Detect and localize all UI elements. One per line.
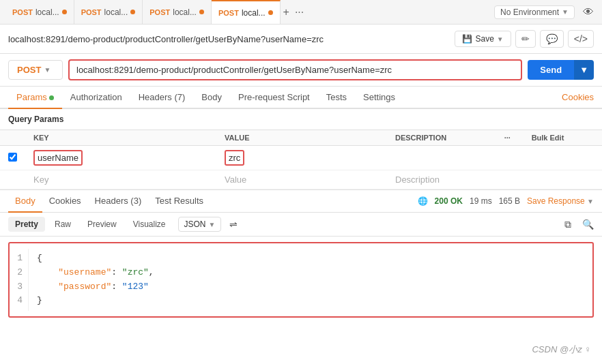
tab-3-url: local... <box>173 7 197 17</box>
save-label: Save <box>475 34 493 44</box>
cookies-link[interactable]: Cookies <box>562 92 594 102</box>
send-button[interactable]: Send <box>528 60 574 80</box>
tab-1[interactable]: POST local... <box>5 0 74 24</box>
copy-icon[interactable]: ⧉ <box>564 219 571 230</box>
save-icon: 💾 <box>462 34 472 44</box>
filter-icon[interactable]: ⇌ <box>229 219 238 230</box>
url-input[interactable] <box>68 59 522 80</box>
params-table: KEY VALUE DESCRIPTION ··· Bulk Edit user… <box>0 130 602 189</box>
new-key-cell[interactable]: Key <box>25 170 216 189</box>
tab-body-label: Body <box>201 92 222 102</box>
tab-settings[interactable]: Settings <box>355 87 403 109</box>
table-row: userName zrc <box>0 146 602 170</box>
tab-4-url: local... <box>242 8 266 18</box>
globe-icon: 🌐 <box>418 196 428 206</box>
format-selector[interactable]: JSON ▼ <box>178 217 222 232</box>
response-time: 19 ms <box>470 196 492 206</box>
row-checkbox-cell[interactable] <box>0 146 25 170</box>
bulk-edit-button[interactable]: Bulk Edit <box>524 130 602 146</box>
response-code-area: 1 2 3 4 { "username": "zrc", "password":… <box>8 242 594 318</box>
send-caret-button[interactable]: ▼ <box>574 60 594 80</box>
row-checkbox[interactable] <box>8 153 17 162</box>
row-value-value[interactable]: zrc <box>225 150 244 166</box>
res-tab-test-results[interactable]: Test Results <box>148 190 210 213</box>
tab-4-dot <box>268 10 273 15</box>
fmt-tab-pretty[interactable]: Pretty <box>8 217 45 232</box>
new-row: Key Value Description <box>0 170 602 189</box>
query-params-section: Query Params KEY VALUE DESCRIPTION ··· B… <box>0 109 602 189</box>
status-code: 200 OK <box>435 196 463 206</box>
tab-1-dot <box>62 10 67 14</box>
tab-2[interactable]: POST local... <box>74 0 143 24</box>
save-response-chevron-icon: ▼ <box>587 198 594 205</box>
add-tab-button[interactable]: + <box>281 5 292 20</box>
tab-params[interactable]: Params <box>8 87 62 109</box>
fmt-tab-raw[interactable]: Raw <box>48 217 78 232</box>
save-chevron-icon: ▼ <box>497 35 504 43</box>
tab-authorization-label: Authorization <box>70 92 122 102</box>
method-selector[interactable]: POST ▼ <box>8 60 63 80</box>
new-value-cell[interactable]: Value <box>216 170 387 189</box>
fmt-tab-preview[interactable]: Preview <box>81 217 124 232</box>
more-tabs-button[interactable]: ··· <box>292 5 306 20</box>
tab-authorization[interactable]: Authorization <box>62 87 130 109</box>
eye-icon[interactable]: 👁 <box>580 5 597 20</box>
row-description-cell[interactable] <box>387 146 496 170</box>
edit-button[interactable]: ✏ <box>515 30 536 48</box>
search-icon[interactable]: 🔍 <box>582 219 594 230</box>
comment-button[interactable]: 💬 <box>540 30 564 48</box>
query-params-title: Query Params <box>0 109 602 130</box>
res-tab-headers[interactable]: Headers (3) <box>88 190 149 213</box>
col-key-header: KEY <box>25 130 216 146</box>
tab-bar: POST local... POST local... POST local..… <box>0 0 602 25</box>
tab-body[interactable]: Body <box>193 87 230 109</box>
params-dot <box>49 95 54 100</box>
res-tab-cookies[interactable]: Cookies <box>42 190 88 213</box>
new-description-cell[interactable]: Description <box>387 170 496 189</box>
col-value-header: VALUE <box>216 130 387 146</box>
tab-headers-label: Headers (7) <box>139 92 186 102</box>
format-chevron-icon: ▼ <box>209 221 216 228</box>
tab-2-method: POST <box>81 8 102 16</box>
code-button[interactable]: </> <box>568 30 594 48</box>
save-response-label: Save Response <box>527 196 585 206</box>
tab-3-method: POST <box>149 8 170 16</box>
tab-2-dot <box>130 10 135 14</box>
tab-tests[interactable]: Tests <box>318 87 355 109</box>
tab-3[interactable]: POST local... <box>143 0 212 24</box>
tab-4[interactable]: POST local... <box>212 0 281 24</box>
tab-2-url: local... <box>104 7 128 17</box>
env-chevron-icon: ▼ <box>562 8 569 16</box>
save-button[interactable]: 💾 Save ▼ <box>455 31 511 47</box>
method-label: POST <box>17 65 41 75</box>
send-button-group: Send ▼ <box>528 60 594 80</box>
col-description-header: DESCRIPTION <box>387 130 496 146</box>
res-tab-cookies-label: Cookies <box>49 196 81 206</box>
tab-prerequest[interactable]: Pre-request Script <box>230 87 318 109</box>
format-label: JSON <box>184 219 206 229</box>
col-check <box>0 130 25 146</box>
response-size: 165 B <box>499 196 520 206</box>
tab-bar-actions: No Environment ▼ 👁 <box>494 5 597 20</box>
row-value-cell: zrc <box>216 146 387 170</box>
format-right-actions: ⧉ 🔍 <box>559 219 594 230</box>
col-more: ··· <box>496 130 524 146</box>
res-tab-body[interactable]: Body <box>8 190 42 213</box>
save-response-button[interactable]: Save Response ▼ <box>527 196 594 206</box>
method-chevron-icon: ▼ <box>44 66 51 74</box>
env-label: No Environment <box>500 7 559 17</box>
tab-3-dot <box>199 10 204 14</box>
row-key-value[interactable]: userName <box>33 150 83 166</box>
fmt-tab-visualize[interactable]: Visualize <box>126 217 173 232</box>
res-tab-body-label: Body <box>15 196 35 206</box>
address-actions: 💾 Save ▼ ✏ 💬 </> <box>455 30 594 48</box>
row-key-cell: userName <box>25 146 216 170</box>
tab-1-method: POST <box>12 8 33 16</box>
tab-headers[interactable]: Headers (7) <box>130 87 194 109</box>
line-numbers: 1 2 3 4 <box>10 249 29 311</box>
format-tabs: Pretty Raw Preview Visualize JSON ▼ ⇌ ⧉ … <box>0 213 602 237</box>
tab-tests-label: Tests <box>326 92 347 102</box>
tab-4-method: POST <box>218 9 239 17</box>
request-sub-tabs: Params Authorization Headers (7) Body Pr… <box>0 87 602 109</box>
env-selector[interactable]: No Environment ▼ <box>494 5 575 19</box>
